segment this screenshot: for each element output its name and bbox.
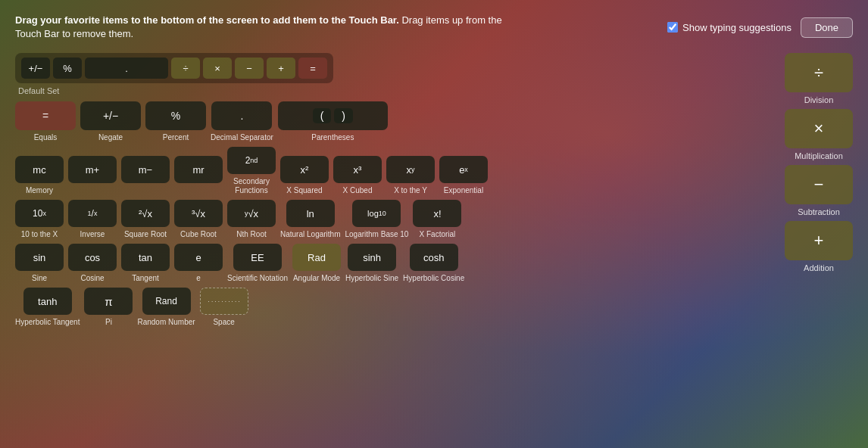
mr-btn[interactable]: mr bbox=[174, 156, 223, 183]
secondary-btn[interactable]: 2nd bbox=[227, 147, 276, 174]
secondary-label: SecondaryFunctions bbox=[233, 177, 270, 195]
log10-btn[interactable]: log10 bbox=[352, 200, 401, 227]
mplus-cell: m+ bbox=[68, 156, 117, 195]
space-btn[interactable]: · · · · · · · · · · bbox=[200, 288, 248, 315]
xfact-btn[interactable]: x! bbox=[413, 200, 461, 227]
tan-cell: tan Tangent bbox=[121, 244, 170, 283]
cosh-btn[interactable]: cosh bbox=[410, 244, 458, 271]
ee-cell: EE Scientific Notation bbox=[227, 244, 288, 283]
xy-btn[interactable]: xy bbox=[386, 156, 435, 183]
equals-cell: = Equals bbox=[15, 101, 76, 142]
ds-equals-btn[interactable]: = bbox=[298, 58, 327, 79]
pi-label: Pi bbox=[105, 318, 112, 327]
equals-btn[interactable]: = bbox=[15, 101, 76, 130]
mplus-btn[interactable]: m+ bbox=[68, 156, 117, 183]
pi-btn[interactable]: π bbox=[84, 288, 133, 315]
sinh-label: Hyperbolic Sine bbox=[345, 274, 398, 283]
percent-cell: % Percent bbox=[145, 101, 206, 142]
row-3: 10x 10 to the X 1/x Inverse ²√x Square R… bbox=[15, 200, 774, 239]
ln-btn[interactable]: ln bbox=[286, 200, 335, 227]
decimal-btn[interactable]: . bbox=[211, 101, 272, 130]
cos-btn[interactable]: cos bbox=[68, 244, 117, 271]
e-btn[interactable]: e bbox=[174, 244, 223, 271]
xsq-cell: x² X Squared bbox=[280, 156, 329, 195]
cosh-label: Hyperbolic Cosine bbox=[403, 274, 464, 283]
ds-negate-btn[interactable]: +/− bbox=[21, 58, 50, 79]
ln-label: Natural Logarithm bbox=[280, 230, 340, 239]
addition-label: Addition bbox=[804, 263, 834, 272]
tanh-label: Hyperbolic Tangent bbox=[15, 318, 80, 327]
default-set-label: Default Set bbox=[18, 86, 59, 95]
xsq-label: X Squared bbox=[286, 186, 322, 195]
row-5: tanh Hyperbolic Tangent π Pi Rand Random… bbox=[15, 288, 774, 327]
sinh-cell: sinh Hyperbolic Sine bbox=[345, 244, 398, 283]
cbrt-cell: ³√x Cube Root bbox=[174, 200, 223, 239]
sin-btn[interactable]: sin bbox=[15, 244, 64, 271]
pi-cell: π Pi bbox=[84, 288, 133, 327]
show-typing-label[interactable]: Show typing suggestions bbox=[667, 22, 792, 33]
sqrt-btn[interactable]: ²√x bbox=[121, 200, 170, 227]
percent-btn[interactable]: % bbox=[145, 101, 206, 130]
parens-btn[interactable]: ( ) bbox=[278, 101, 388, 130]
ee-btn[interactable]: EE bbox=[233, 244, 282, 271]
division-btn[interactable]: ÷ bbox=[785, 53, 853, 92]
rad-btn[interactable]: Rad bbox=[292, 244, 341, 271]
ds-decimal-btn[interactable]: . bbox=[85, 58, 168, 79]
cos-cell: cos Cosine bbox=[68, 244, 117, 283]
xy-cell: xy X to the Y bbox=[386, 156, 435, 195]
addition-btn[interactable]: + bbox=[785, 221, 853, 260]
ds-add-btn[interactable]: + bbox=[267, 58, 295, 79]
inverse-btn[interactable]: 1/x bbox=[68, 200, 117, 227]
decimal-label: Decimal Separator bbox=[211, 133, 273, 142]
inverse-label: Inverse bbox=[80, 230, 105, 239]
secondary-cell: 2nd SecondaryFunctions bbox=[227, 147, 276, 195]
multiplication-cell: × Multiplication bbox=[785, 109, 853, 160]
ds-multiply-btn[interactable]: × bbox=[203, 58, 232, 79]
xcubed-cell: x³ X Cubed bbox=[333, 156, 382, 195]
tanh-btn[interactable]: tanh bbox=[23, 288, 72, 315]
equals-label: Equals bbox=[34, 133, 58, 142]
negate-btn[interactable]: +/− bbox=[80, 101, 141, 130]
nthrt-btn[interactable]: y√x bbox=[227, 200, 276, 227]
row-1: = Equals +/− Negate % Percent . Decimal … bbox=[15, 101, 774, 142]
cbrt-btn[interactable]: ³√x bbox=[174, 200, 223, 227]
multiplication-label: Multiplication bbox=[795, 151, 843, 160]
xcubed-btn[interactable]: x³ bbox=[333, 156, 382, 183]
sqrt-cell: ²√x Square Root bbox=[121, 200, 170, 239]
multiplication-btn[interactable]: × bbox=[785, 109, 853, 148]
ds-divide-btn[interactable]: ÷ bbox=[171, 58, 200, 79]
mc-btn[interactable]: mc bbox=[15, 156, 64, 183]
ln-cell: ln Natural Logarithm bbox=[280, 200, 340, 239]
mminus-cell: m− bbox=[121, 156, 170, 195]
top-right-controls: Show typing suggestions Done bbox=[667, 17, 853, 38]
10x-label: 10 to the X bbox=[21, 230, 58, 239]
tan-btn[interactable]: tan bbox=[121, 244, 170, 271]
main-area: +/− % . ÷ × − + = Default Set = Equals bbox=[15, 53, 853, 331]
e-label: e bbox=[196, 274, 201, 283]
xfact-cell: x! X Factorial bbox=[413, 200, 461, 239]
mc-cell: mc Memory bbox=[15, 156, 64, 195]
e-cell: e e bbox=[174, 244, 223, 283]
mminus-btn[interactable]: m− bbox=[121, 156, 170, 183]
ds-subtract-btn[interactable]: − bbox=[235, 58, 264, 79]
ex-btn[interactable]: ex bbox=[439, 156, 488, 183]
negate-label: Negate bbox=[98, 133, 123, 142]
10x-btn[interactable]: 10x bbox=[15, 200, 64, 227]
cos-label: Cosine bbox=[80, 274, 104, 283]
nthrt-cell: y√x Nth Root bbox=[227, 200, 276, 239]
sin-label: Sine bbox=[32, 274, 47, 283]
ex-cell: ex Exponential bbox=[439, 156, 488, 195]
show-typing-checkbox[interactable] bbox=[667, 22, 678, 33]
sqrt-label: Square Root bbox=[124, 230, 167, 239]
ds-percent-btn[interactable]: % bbox=[53, 58, 82, 79]
rad-cell: Rad Angular Mode bbox=[292, 244, 341, 283]
parens-label: Parentheses bbox=[311, 133, 354, 142]
done-button[interactable]: Done bbox=[801, 17, 853, 38]
sinh-btn[interactable]: sinh bbox=[348, 244, 396, 271]
show-typing-text: Show typing suggestions bbox=[682, 22, 792, 33]
subtraction-btn[interactable]: − bbox=[785, 165, 853, 204]
mr-label bbox=[198, 186, 200, 195]
parens-cell: ( ) Parentheses bbox=[278, 101, 388, 142]
rand-btn[interactable]: Rand bbox=[142, 288, 191, 315]
xsq-btn[interactable]: x² bbox=[280, 156, 329, 183]
